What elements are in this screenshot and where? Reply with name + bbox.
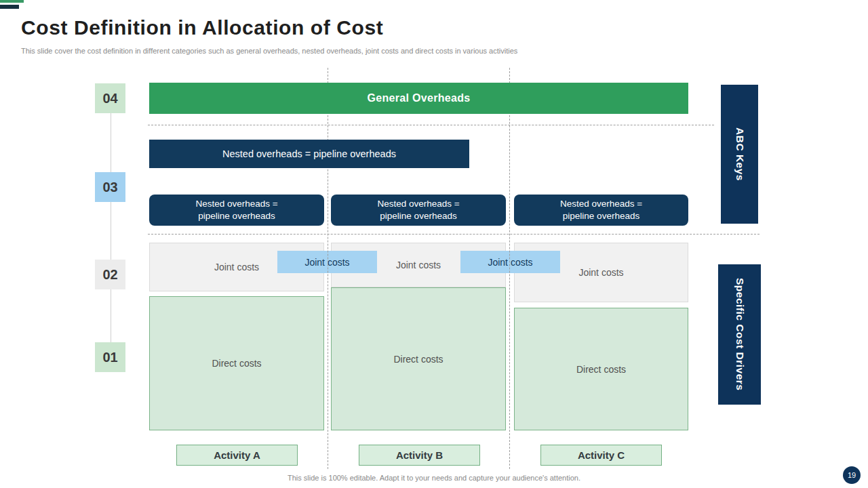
nested-text-line2: pipeline overheads (380, 211, 456, 221)
nested-text-line1: Nested overheads = (377, 199, 459, 209)
nested-overheads-box-activity-c: Nested overheads = pipeline overheads (514, 195, 688, 226)
nested-overheads-box-activity-b: Nested overheads = pipeline overheads (331, 195, 506, 226)
nested-text-line2: pipeline overheads (198, 211, 275, 221)
column-divider-dashed-left (328, 68, 328, 469)
column-divider-dashed-right (509, 68, 510, 469)
header-accent-navy (0, 5, 19, 9)
nested-overheads-wide-bar: Nested overheads = pipeline overheads (149, 140, 469, 168)
timeline-step-01: 01 (95, 342, 125, 372)
activity-b-label: Activity B (359, 445, 480, 466)
nested-text-line2: pipeline overheads (563, 211, 639, 221)
specific-cost-drivers-sidebar: Specific Cost Drivers (718, 264, 761, 405)
row-divider-dashed-bottom (148, 234, 760, 235)
row-divider-dashed-top (148, 125, 714, 125)
timeline-step-02: 02 (95, 260, 125, 289)
page-number-badge: 19 (843, 466, 861, 484)
page-subtitle: This slide cover the cost definition in … (21, 47, 517, 55)
activity-c-label: Activity C (540, 445, 662, 466)
nested-text-line1: Nested overheads = (560, 199, 642, 209)
nested-text-line1: Nested overheads = (195, 199, 277, 209)
direct-costs-box-activity-a: Direct costs (149, 296, 324, 430)
direct-costs-box-activity-c: Direct costs (514, 308, 688, 430)
direct-costs-box-activity-b: Direct costs (331, 287, 506, 430)
timeline-step-03: 03 (95, 172, 125, 202)
activity-a-label: Activity A (176, 445, 298, 466)
joint-costs-shared-chip-bc: Joint costs (460, 251, 560, 273)
slide-canvas: Cost Definition in Allocation of Cost Th… (0, 0, 868, 488)
timeline-connector-line (111, 113, 111, 371)
editable-note: This slide is 100% editable. Adapt it to… (0, 474, 868, 482)
header-accent-green (0, 0, 24, 3)
general-overheads-bar: General Overheads (149, 83, 688, 114)
nested-overheads-box-activity-a: Nested overheads = pipeline overheads (149, 195, 324, 226)
timeline-step-04: 04 (95, 83, 125, 113)
abc-keys-sidebar: ABC Keys (721, 85, 758, 224)
page-title: Cost Definition in Allocation of Cost (21, 16, 383, 39)
